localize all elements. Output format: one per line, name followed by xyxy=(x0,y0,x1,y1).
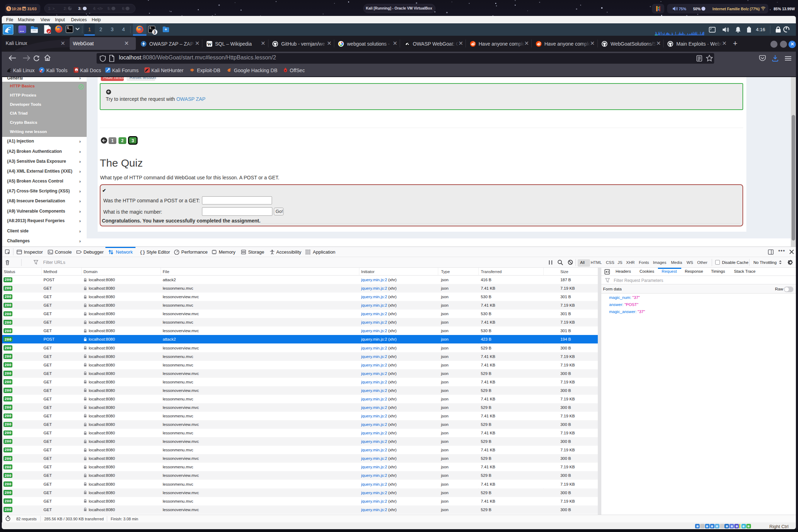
svg-text:s: s xyxy=(76,69,77,72)
svg-text:W: W xyxy=(207,41,212,47)
svg-text:{}: {} xyxy=(140,250,145,255)
